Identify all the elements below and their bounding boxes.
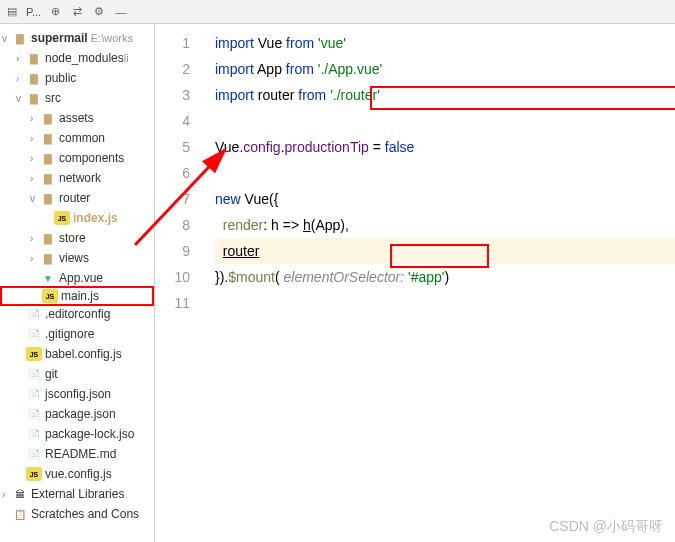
code-line-4[interactable] [215, 108, 675, 134]
tree-item-store[interactable]: ›▇store [0, 228, 154, 248]
code-line-6[interactable] [215, 160, 675, 186]
line-number: 1 [155, 30, 190, 56]
line-number: 6 [155, 160, 190, 186]
tree-item-label: git [45, 367, 58, 381]
chevron-down-icon[interactable]: v [2, 33, 12, 44]
code-line-1[interactable]: import Vue from 'vue' [215, 30, 675, 56]
code-line-7[interactable]: new Vue({ [215, 186, 675, 212]
tree-item-main-js[interactable]: JSmain.js [0, 286, 154, 306]
tree-item-readme-md[interactable]: 📄README.md [0, 444, 154, 464]
code-content[interactable]: import Vue from 'vue'import App from './… [203, 24, 675, 542]
tree-root-label: supermail [31, 31, 88, 45]
tree-item-label: App.vue [59, 271, 103, 285]
tree-item-node_modules[interactable]: ›▇node_modules li [0, 48, 154, 68]
tree-item-label: babel.config.js [45, 347, 122, 361]
tool-icon-1[interactable]: ⇄ [69, 4, 85, 20]
tree-item-package-json[interactable]: 📄package.json [0, 404, 154, 424]
chevron-icon[interactable]: › [30, 173, 40, 184]
folder-icon: ▇ [40, 151, 56, 165]
tree-item-router[interactable]: v▇router [0, 188, 154, 208]
scratches-label: Scratches and Cons [31, 507, 139, 521]
tree-item-index-js[interactable]: JSindex.js [0, 208, 154, 228]
tree-item-label: .editorconfig [45, 307, 110, 321]
collapse-icon[interactable]: — [113, 4, 129, 20]
code-line-5[interactable]: Vue.config.productionTip = false [215, 134, 675, 160]
tree-item-app-vue[interactable]: ▼App.vue [0, 268, 154, 288]
code-editor[interactable]: 1234567891011 import Vue from 'vue'impor… [155, 24, 675, 542]
target-icon[interactable]: ⊕ [47, 4, 63, 20]
gear-icon[interactable]: ⚙ [91, 4, 107, 20]
chevron-icon[interactable]: › [30, 133, 40, 144]
tree-item-git[interactable]: 📄git [0, 364, 154, 384]
folder-icon: ▇ [26, 91, 42, 105]
folder-icon: ▇ [40, 251, 56, 265]
scratches[interactable]: 📋 Scratches and Cons [0, 504, 154, 524]
file-icon: 📄 [26, 447, 42, 461]
tree-item-network[interactable]: ›▇network [0, 168, 154, 188]
tree-item-assets[interactable]: ›▇assets [0, 108, 154, 128]
tree-root-path: E:\works [88, 32, 133, 44]
code-line-3[interactable]: import router from './router' [215, 82, 675, 108]
tree-item-public[interactable]: ›▇public [0, 68, 154, 88]
chevron-icon[interactable]: › [30, 253, 40, 264]
code-line-8[interactable]: render: h => h(App), [215, 212, 675, 238]
editor-area: JS main.js × 1234567891011 import Vue fr… [155, 0, 675, 542]
code-line-10[interactable]: }).$mount( elementOrSelector: '#app') [215, 264, 675, 290]
tree-item-babel-config-js[interactable]: JSbabel.config.js [0, 344, 154, 364]
file-icon: 📄 [26, 327, 42, 341]
tree-item--editorconfig[interactable]: 📄.editorconfig [0, 304, 154, 324]
folder-icon: ▇ [26, 71, 42, 85]
chevron-icon[interactable]: › [30, 113, 40, 124]
folder-icon: ▇ [40, 191, 56, 205]
file-icon: 📄 [26, 307, 42, 321]
chevron-icon[interactable]: v [30, 193, 40, 204]
line-number: 5 [155, 134, 190, 160]
scratches-icon: 📋 [12, 507, 28, 521]
vue-icon: ▼ [40, 271, 56, 285]
line-gutter: 1234567891011 [155, 24, 203, 542]
line-number: 7 [155, 186, 190, 212]
tree-item-jsconfig-json[interactable]: 📄jsconfig.json [0, 384, 154, 404]
chevron-right-icon[interactable]: › [2, 489, 12, 500]
project-tree[interactable]: v ▇ supermail E:\works ›▇node_modules li… [0, 24, 154, 528]
watermark: CSDN @小码哥呀 [549, 518, 663, 536]
tree-item-views[interactable]: ›▇views [0, 248, 154, 268]
external-libraries[interactable]: › 🏛 External Libraries [0, 484, 154, 504]
chevron-icon[interactable]: v [16, 93, 26, 104]
tree-item-label: package.json [45, 407, 116, 421]
chevron-icon[interactable]: › [30, 153, 40, 164]
line-number: 9 [155, 238, 190, 264]
js-icon: JS [54, 211, 70, 225]
tree-item-label: src [45, 91, 61, 105]
tree-item-components[interactable]: ›▇components [0, 148, 154, 168]
tree-item-label: store [59, 231, 86, 245]
tree-item-label: package-lock.jso [45, 427, 134, 441]
chevron-icon[interactable]: › [30, 233, 40, 244]
tree-item-label: router [59, 191, 90, 205]
tree-item-label: main.js [61, 289, 99, 303]
line-number: 11 [155, 290, 190, 316]
file-icon: 📄 [26, 407, 42, 421]
tree-item-label: public [45, 71, 76, 85]
tree-root[interactable]: v ▇ supermail E:\works [0, 28, 154, 48]
file-icon: 📄 [26, 387, 42, 401]
tree-item-common[interactable]: ›▇common [0, 128, 154, 148]
tree-item-label: components [59, 151, 124, 165]
tree-item-label: jsconfig.json [45, 387, 111, 401]
tree-item-package-lock-jso[interactable]: 📄package-lock.jso [0, 424, 154, 444]
js-icon: JS [26, 467, 42, 481]
code-line-9[interactable]: router [215, 238, 675, 264]
folder-icon: ▇ [40, 231, 56, 245]
tree-item--gitignore[interactable]: 📄.gitignore [0, 324, 154, 344]
js-icon: JS [26, 347, 42, 361]
line-number: 4 [155, 108, 190, 134]
folder-icon: ▇ [26, 51, 42, 65]
ext-lib-label: External Libraries [31, 487, 124, 501]
tree-item-vue-config-js[interactable]: JSvue.config.js [0, 464, 154, 484]
chevron-icon[interactable]: › [16, 73, 26, 84]
chevron-icon[interactable]: › [16, 53, 26, 64]
code-line-2[interactable]: import App from './App.vue' [215, 56, 675, 82]
tree-item-label: common [59, 131, 105, 145]
code-line-11[interactable] [215, 290, 675, 316]
tree-item-src[interactable]: v▇src [0, 88, 154, 108]
